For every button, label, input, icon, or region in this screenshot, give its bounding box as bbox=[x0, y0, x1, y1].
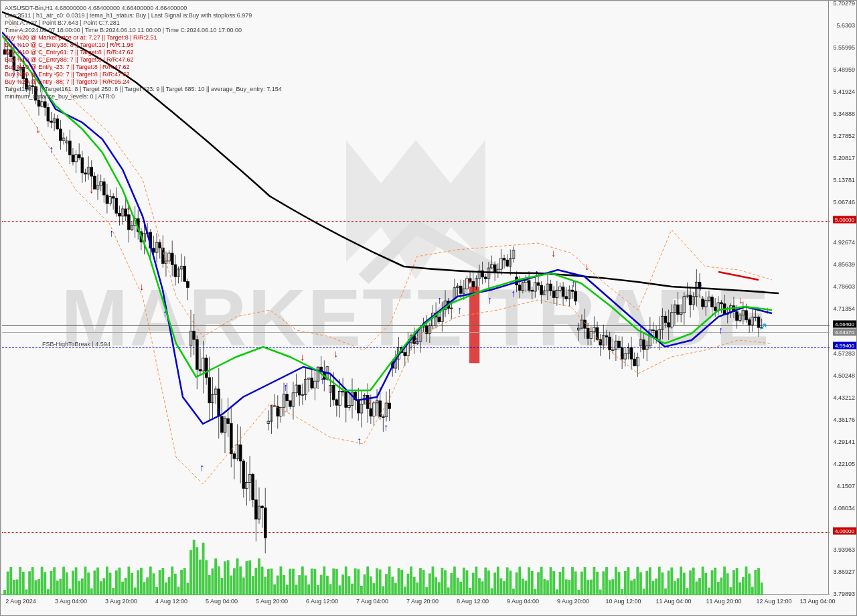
info-line-6: Buy %10 @ C_Entry88: 7 || Target:8 | R/R… bbox=[5, 56, 134, 63]
svg-rect-699 bbox=[649, 567, 651, 595]
y-tick: 4.08034 bbox=[833, 505, 855, 512]
svg-rect-719 bbox=[711, 570, 714, 595]
svg-rect-731 bbox=[748, 574, 751, 595]
svg-rect-590 bbox=[311, 568, 313, 595]
svg-rect-727 bbox=[736, 568, 738, 595]
svg-rect-89 bbox=[140, 232, 143, 242]
svg-rect-508 bbox=[56, 581, 59, 595]
svg-rect-663 bbox=[537, 572, 540, 595]
svg-rect-661 bbox=[531, 571, 534, 595]
svg-rect-647 bbox=[487, 570, 490, 595]
svg-rect-229 bbox=[357, 400, 360, 413]
x-tick: 8 Aug 12:00 bbox=[457, 598, 489, 605]
chart-plot-area[interactable]: MARKETZ|TRADE FSB-HighToBreak | 4.594 AX… bbox=[2, 2, 830, 595]
y-tick: 4.71354 bbox=[833, 305, 855, 312]
svg-rect-177 bbox=[277, 406, 279, 416]
svg-rect-656 bbox=[516, 572, 518, 595]
svg-rect-635 bbox=[450, 573, 453, 595]
svg-rect-538 bbox=[149, 566, 152, 595]
svg-rect-573 bbox=[258, 558, 260, 595]
svg-rect-77 bbox=[121, 209, 124, 216]
svg-rect-35 bbox=[56, 119, 59, 129]
svg-rect-598 bbox=[335, 569, 338, 595]
svg-rect-541 bbox=[159, 570, 161, 595]
svg-text:↑: ↑ bbox=[109, 227, 114, 238]
svg-rect-551 bbox=[189, 550, 192, 595]
svg-rect-673 bbox=[568, 580, 570, 595]
svg-rect-705 bbox=[668, 570, 670, 595]
svg-rect-97 bbox=[153, 248, 155, 252]
svg-rect-219 bbox=[341, 392, 344, 392]
svg-rect-223 bbox=[347, 405, 350, 407]
svg-rect-593 bbox=[320, 575, 323, 595]
svg-rect-709 bbox=[680, 566, 682, 595]
svg-rect-539 bbox=[153, 573, 155, 595]
svg-rect-530 bbox=[125, 578, 127, 595]
svg-rect-99 bbox=[155, 242, 158, 252]
svg-rect-43 bbox=[68, 141, 71, 155]
svg-rect-644 bbox=[478, 578, 481, 595]
svg-rect-549 bbox=[183, 568, 186, 595]
svg-rect-623 bbox=[413, 577, 416, 595]
svg-rect-197 bbox=[307, 378, 310, 379]
svg-rect-571 bbox=[252, 576, 254, 595]
svg-rect-93 bbox=[146, 232, 149, 234]
svg-rect-575 bbox=[264, 577, 266, 595]
y-tick: 4.50248 bbox=[833, 372, 855, 379]
svg-rect-494 bbox=[13, 580, 15, 595]
svg-rect-509 bbox=[60, 579, 62, 595]
svg-rect-528 bbox=[119, 568, 121, 595]
svg-rect-734 bbox=[757, 568, 760, 595]
svg-rect-510 bbox=[62, 567, 65, 595]
svg-rect-29 bbox=[47, 107, 50, 121]
y-tick: 4.85639 bbox=[833, 261, 855, 268]
svg-rect-643 bbox=[475, 566, 477, 595]
svg-rect-531 bbox=[127, 566, 130, 595]
x-tick: 10 Aug 12:00 bbox=[605, 598, 641, 605]
x-tick: 5 Aug 20:00 bbox=[256, 598, 288, 605]
svg-rect-581 bbox=[283, 575, 285, 595]
info-line-0: Line:3511 | h1_atr_c0: 0.0319 | tema_h1_… bbox=[5, 12, 252, 19]
svg-rect-650 bbox=[497, 566, 499, 595]
svg-rect-558 bbox=[212, 568, 214, 595]
x-tick: 4 Aug 12:00 bbox=[155, 598, 187, 605]
x-tick: 13 Aug 04:00 bbox=[799, 598, 835, 605]
svg-rect-147 bbox=[230, 424, 232, 454]
svg-rect-600 bbox=[341, 574, 344, 595]
svg-rect-552 bbox=[193, 540, 196, 595]
svg-rect-595 bbox=[326, 576, 329, 595]
svg-rect-527 bbox=[115, 570, 118, 595]
x-tick: 5 Aug 04:00 bbox=[206, 598, 238, 605]
svg-rect-143 bbox=[224, 418, 226, 433]
svg-rect-577 bbox=[270, 568, 273, 595]
price-label-gray: 4.64370 bbox=[833, 329, 856, 336]
svg-rect-155 bbox=[242, 461, 245, 489]
info-line-11: minimum_distance_buy_levels: 0 | ATR:0 bbox=[5, 93, 114, 100]
svg-rect-107 bbox=[168, 253, 171, 261]
svg-text:↑: ↑ bbox=[200, 461, 205, 473]
svg-rect-723 bbox=[723, 566, 726, 595]
svg-rect-323 bbox=[503, 258, 505, 260]
svg-rect-640 bbox=[466, 570, 469, 595]
svg-rect-83 bbox=[131, 226, 133, 230]
info-line-9: Buy %20 @ Entry -88: 7 || Target:9 | R/R… bbox=[5, 78, 130, 85]
y-tick: 4.57283 bbox=[833, 350, 855, 357]
svg-rect-545 bbox=[171, 566, 173, 595]
svg-rect-175 bbox=[273, 406, 276, 406]
svg-rect-71 bbox=[112, 197, 114, 198]
svg-rect-565 bbox=[233, 568, 236, 595]
svg-rect-714 bbox=[695, 582, 698, 595]
svg-rect-695 bbox=[636, 567, 639, 595]
svg-rect-227 bbox=[354, 392, 357, 400]
svg-rect-561 bbox=[220, 578, 223, 595]
y-tick: 4.92674 bbox=[833, 239, 855, 246]
svg-rect-179 bbox=[280, 407, 283, 416]
svg-rect-504 bbox=[44, 572, 46, 595]
svg-rect-717 bbox=[704, 573, 707, 595]
svg-rect-37 bbox=[60, 129, 62, 141]
svg-rect-566 bbox=[236, 558, 239, 595]
svg-rect-724 bbox=[726, 573, 729, 595]
svg-rect-25 bbox=[41, 102, 44, 106]
y-tick: 5.34888 bbox=[833, 110, 855, 117]
svg-rect-327 bbox=[509, 258, 512, 266]
